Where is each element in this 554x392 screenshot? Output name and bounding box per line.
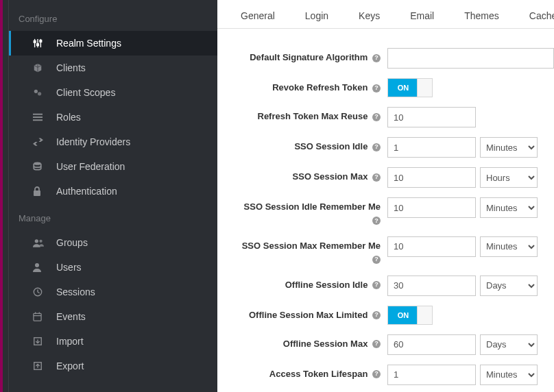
svg-rect-9 <box>33 117 43 118</box>
form-control: MinutesHoursDays <box>387 197 554 218</box>
unit-select[interactable]: MinutesHoursDays <box>480 197 538 218</box>
number-input[interactable] <box>387 107 476 127</box>
form-label: Offline Session Idle ? <box>217 275 387 291</box>
toggle-on-label: ON <box>388 306 418 324</box>
clock-icon <box>33 287 45 297</box>
sidebar-item-label: Realm Settings <box>56 38 217 49</box>
help-icon[interactable]: ? <box>372 143 381 151</box>
number-input[interactable] <box>387 365 476 385</box>
form-label-text: SSO Session Max <box>293 171 368 182</box>
form-area: Default Signature Algorithm ?Revoke Refr… <box>217 29 554 385</box>
number-input[interactable] <box>387 275 476 296</box>
form-row: SSO Session Max ?MinutesHoursDays <box>217 167 554 188</box>
sidebar-item-label: Roles <box>56 112 217 123</box>
sidebar-item-clients[interactable]: Clients <box>9 56 217 80</box>
help-icon[interactable]: ? <box>372 173 381 182</box>
sidebar-item-label: Authentication <box>56 186 217 197</box>
form-control: ON <box>387 306 554 325</box>
sidebar-item-client-scopes[interactable]: Client Scopes <box>9 80 217 105</box>
form-control: MinutesHoursDays <box>387 275 554 296</box>
help-icon[interactable]: ? <box>372 281 381 289</box>
form-label-text: Default Signature Algorithm <box>250 52 368 62</box>
svg-rect-8 <box>33 114 43 115</box>
sidebar-item-identity-providers[interactable]: Identity Providers <box>9 130 217 154</box>
sidebar-item-label: Groups <box>56 237 217 248</box>
form-label-text: Access Token Lifespan <box>269 369 368 379</box>
help-icon[interactable]: ? <box>372 311 381 319</box>
help-icon[interactable]: ? <box>372 256 381 264</box>
form-label-text: Offline Session Max Limited <box>249 310 368 320</box>
number-input[interactable] <box>387 137 476 158</box>
sidebar-item-import[interactable]: Import <box>9 329 217 354</box>
svg-point-7 <box>38 92 41 95</box>
form-control: MinutesHoursDays <box>387 167 554 188</box>
sidebar-item-roles[interactable]: Roles <box>9 105 217 130</box>
tab-cache[interactable]: Cache <box>514 3 554 28</box>
sidebar-item-user-federation[interactable]: User Federation <box>9 154 217 179</box>
form-control: MinutesHoursDays <box>387 236 554 257</box>
scopes-icon <box>33 88 45 97</box>
number-input[interactable] <box>387 236 476 257</box>
sidebar-item-realm-settings[interactable]: Realm Settings <box>9 31 217 56</box>
exchange-icon <box>33 138 45 146</box>
form-control: ON <box>387 78 554 97</box>
unit-select[interactable]: MinutesHoursDays <box>480 334 538 355</box>
tab-email[interactable]: Email <box>395 3 449 28</box>
form-row: Revoke Refresh Token ?ON <box>217 78 554 97</box>
form-label: SSO Session Max ? <box>217 167 387 183</box>
help-icon[interactable]: ? <box>372 217 381 225</box>
sidebar-item-authentication[interactable]: Authentication <box>9 179 217 204</box>
toggle-switch[interactable]: ON <box>387 78 433 97</box>
tab-themes[interactable]: Themes <box>449 3 514 28</box>
unit-select[interactable]: MinutesHoursDays <box>480 137 538 158</box>
unit-select[interactable]: MinutesHoursDays <box>480 365 538 385</box>
help-icon[interactable]: ? <box>372 84 381 93</box>
unit-select[interactable]: MinutesHoursDays <box>480 275 538 296</box>
sidebar-item-events[interactable]: Events <box>9 304 217 329</box>
number-input[interactable] <box>387 334 476 355</box>
svg-rect-12 <box>34 191 40 196</box>
tab-general[interactable]: General <box>226 3 290 28</box>
lock-icon <box>33 186 45 196</box>
svg-point-6 <box>34 90 38 93</box>
form-label: Access Token Lifespan ? <box>217 365 387 380</box>
form-label-text: Offline Session Idle <box>285 280 368 290</box>
sidebar-item-label: Identity Providers <box>56 136 217 147</box>
svg-point-14 <box>39 239 42 242</box>
unit-select[interactable]: MinutesHoursDays <box>480 167 538 188</box>
form-label: SSO Session Max Remember Me ? <box>217 236 387 266</box>
form-label: Refresh Token Max Reuse ? <box>217 107 387 123</box>
number-input[interactable] <box>387 167 476 188</box>
text-input[interactable] <box>387 48 554 69</box>
sidebar-item-sessions[interactable]: Sessions <box>9 280 217 304</box>
database-icon <box>33 162 45 171</box>
form-label: SSO Session Idle Remember Me ? <box>217 197 387 227</box>
svg-rect-10 <box>33 119 43 121</box>
unit-select[interactable]: MinutesHoursDays <box>480 236 538 257</box>
help-icon[interactable]: ? <box>372 340 381 348</box>
export-icon <box>33 361 45 371</box>
cube-icon <box>33 63 45 73</box>
sidebar-item-users[interactable]: Users <box>9 255 217 280</box>
form-label: Offline Session Max Limited ? <box>217 306 387 321</box>
help-icon[interactable]: ? <box>372 54 381 62</box>
form-control: MinutesHoursDays <box>387 365 554 385</box>
help-icon[interactable]: ? <box>372 113 381 121</box>
tab-keys[interactable]: Keys <box>344 3 395 28</box>
svg-rect-4 <box>37 44 39 46</box>
form-label-text: SSO Session Idle Remember Me <box>244 201 381 212</box>
list-icon <box>33 113 45 121</box>
sidebar-item-label: Sessions <box>56 286 217 297</box>
form-control <box>387 107 554 127</box>
users-icon <box>33 238 45 247</box>
svg-point-11 <box>34 162 41 165</box>
toggle-on-label: ON <box>388 79 418 97</box>
sidebar-item-groups[interactable]: Groups <box>9 230 217 255</box>
toggle-switch[interactable]: ON <box>387 306 433 325</box>
help-icon[interactable]: ? <box>372 370 381 378</box>
tab-login[interactable]: Login <box>290 3 344 28</box>
sidebar-item-label: Events <box>56 311 217 322</box>
number-input[interactable] <box>387 197 476 218</box>
form-row: SSO Session Idle ?MinutesHoursDays <box>217 137 554 158</box>
sidebar-item-export[interactable]: Export <box>9 354 217 378</box>
